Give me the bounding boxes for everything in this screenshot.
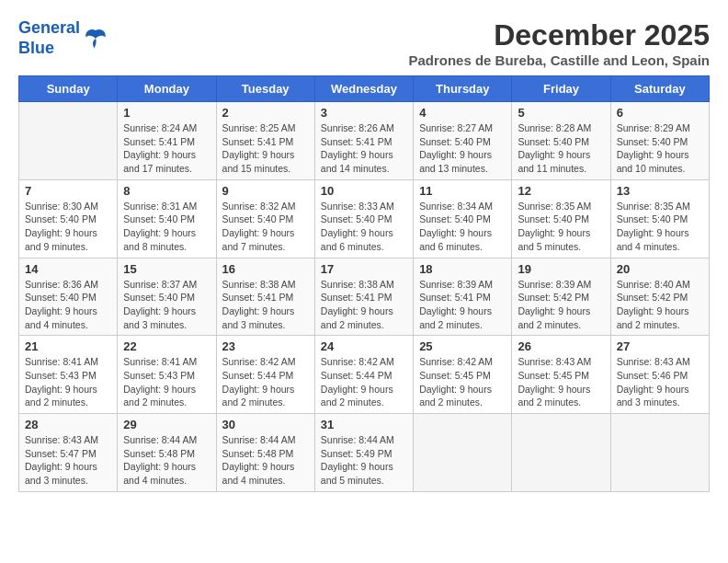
calendar-cell: 10Sunrise: 8:33 AMSunset: 5:40 PMDayligh… [314,179,413,258]
calendar-cell: 29Sunrise: 8:44 AMSunset: 5:48 PMDayligh… [118,414,216,492]
calendar-cell: 25Sunrise: 8:42 AMSunset: 5:45 PMDayligh… [414,336,512,414]
day-number: 25 [419,339,506,353]
day-info: Sunrise: 8:35 AMSunset: 5:40 PMDaylight:… [518,200,604,254]
page-header: General Blue December 2025 Padrones de B… [18,18,710,68]
calendar-cell: 18Sunrise: 8:39 AMSunset: 5:41 PMDayligh… [414,258,512,336]
day-number: 26 [518,339,604,353]
day-number: 4 [419,106,506,120]
logo-line1: General [18,18,80,37]
day-info: Sunrise: 8:41 AMSunset: 5:43 PMDaylight:… [25,355,111,409]
weekday-header-friday: Friday [512,76,610,102]
day-info: Sunrise: 8:27 AMSunset: 5:40 PMDaylight:… [419,121,506,176]
day-number: 11 [419,184,506,198]
location: Padrones de Bureba, Castille and Leon, S… [408,52,710,68]
day-info: Sunrise: 8:42 AMSunset: 5:44 PMDaylight:… [321,355,407,409]
calendar-cell: 16Sunrise: 8:38 AMSunset: 5:41 PMDayligh… [216,258,314,336]
day-number: 24 [321,339,407,353]
calendar-cell: 13Sunrise: 8:35 AMSunset: 5:40 PMDayligh… [610,179,709,258]
day-number: 3 [321,106,407,120]
calendar-header-row: SundayMondayTuesdayWednesdayThursdayFrid… [19,76,710,102]
day-number: 9 [222,184,309,198]
day-number: 7 [25,184,111,198]
day-info: Sunrise: 8:34 AMSunset: 5:40 PMDaylight:… [419,200,506,254]
calendar-cell: 9Sunrise: 8:32 AMSunset: 5:40 PMDaylight… [216,179,314,258]
day-number: 22 [123,339,210,353]
calendar-week-5: 28Sunrise: 8:43 AMSunset: 5:47 PMDayligh… [19,414,710,492]
day-info: Sunrise: 8:28 AMSunset: 5:40 PMDaylight:… [518,121,604,176]
day-number: 13 [617,184,703,198]
day-number: 17 [321,262,407,276]
calendar-cell: 15Sunrise: 8:37 AMSunset: 5:40 PMDayligh… [118,258,216,336]
calendar-cell [610,414,709,492]
calendar-cell: 8Sunrise: 8:31 AMSunset: 5:40 PMDaylight… [118,179,216,258]
calendar-cell: 12Sunrise: 8:35 AMSunset: 5:40 PMDayligh… [512,179,610,258]
day-info: Sunrise: 8:43 AMSunset: 5:45 PMDaylight:… [518,355,604,409]
calendar-body: 1Sunrise: 8:24 AMSunset: 5:41 PMDaylight… [19,102,710,492]
day-info: Sunrise: 8:30 AMSunset: 5:40 PMDaylight:… [25,200,111,254]
day-info: Sunrise: 8:35 AMSunset: 5:40 PMDaylight:… [617,200,703,254]
calendar-week-3: 14Sunrise: 8:36 AMSunset: 5:40 PMDayligh… [19,258,710,336]
calendar-cell: 28Sunrise: 8:43 AMSunset: 5:47 PMDayligh… [19,414,118,492]
day-number: 31 [321,418,407,431]
day-number: 14 [25,262,111,276]
calendar-cell: 5Sunrise: 8:28 AMSunset: 5:40 PMDaylight… [512,102,610,180]
calendar-cell: 19Sunrise: 8:39 AMSunset: 5:42 PMDayligh… [512,258,610,336]
day-number: 1 [123,106,210,120]
logo-bird-icon [82,25,109,52]
day-info: Sunrise: 8:24 AMSunset: 5:41 PMDaylight:… [123,121,210,176]
day-info: Sunrise: 8:38 AMSunset: 5:41 PMDaylight:… [222,278,309,332]
day-number: 18 [419,262,506,276]
day-number: 5 [518,106,604,120]
day-info: Sunrise: 8:32 AMSunset: 5:40 PMDaylight:… [222,200,309,254]
calendar-cell [512,414,610,492]
day-number: 10 [321,184,407,198]
calendar-week-4: 21Sunrise: 8:41 AMSunset: 5:43 PMDayligh… [19,336,710,414]
day-number: 27 [617,339,703,353]
day-info: Sunrise: 8:42 AMSunset: 5:44 PMDaylight:… [222,355,309,409]
weekday-header-wednesday: Wednesday [314,76,413,102]
day-number: 6 [617,106,703,120]
day-number: 15 [123,262,210,276]
day-number: 23 [222,339,309,353]
day-info: Sunrise: 8:43 AMSunset: 5:47 PMDaylight:… [25,433,111,488]
calendar-cell: 2Sunrise: 8:25 AMSunset: 5:41 PMDaylight… [216,102,314,180]
weekday-header-tuesday: Tuesday [216,76,314,102]
calendar-cell: 31Sunrise: 8:44 AMSunset: 5:49 PMDayligh… [314,414,413,492]
day-number: 30 [222,418,309,431]
calendar-cell: 1Sunrise: 8:24 AMSunset: 5:41 PMDaylight… [118,102,216,180]
calendar-cell: 24Sunrise: 8:42 AMSunset: 5:44 PMDayligh… [314,336,413,414]
day-number: 19 [518,262,604,276]
day-info: Sunrise: 8:44 AMSunset: 5:48 PMDaylight:… [222,433,309,488]
calendar-cell: 21Sunrise: 8:41 AMSunset: 5:43 PMDayligh… [19,336,118,414]
month-title: December 2025 [408,18,710,52]
calendar-cell: 20Sunrise: 8:40 AMSunset: 5:42 PMDayligh… [610,258,709,336]
title-block: December 2025 Padrones de Bureba, Castil… [408,18,710,68]
calendar-cell: 27Sunrise: 8:43 AMSunset: 5:46 PMDayligh… [610,336,709,414]
logo: General Blue [18,18,109,58]
day-info: Sunrise: 8:44 AMSunset: 5:49 PMDaylight:… [321,433,407,488]
calendar-cell: 4Sunrise: 8:27 AMSunset: 5:40 PMDaylight… [414,102,512,180]
calendar-cell [19,102,118,180]
day-number: 8 [123,184,210,198]
day-number: 16 [222,262,309,276]
day-info: Sunrise: 8:41 AMSunset: 5:43 PMDaylight:… [123,355,210,409]
weekday-header-sunday: Sunday [19,76,118,102]
day-info: Sunrise: 8:26 AMSunset: 5:41 PMDaylight:… [321,121,407,176]
calendar-cell [414,414,512,492]
day-info: Sunrise: 8:33 AMSunset: 5:40 PMDaylight:… [321,200,407,254]
day-number: 28 [25,418,111,431]
day-info: Sunrise: 8:43 AMSunset: 5:46 PMDaylight:… [617,355,703,409]
logo-line2: Blue [18,39,54,57]
calendar-cell: 22Sunrise: 8:41 AMSunset: 5:43 PMDayligh… [118,336,216,414]
day-info: Sunrise: 8:29 AMSunset: 5:40 PMDaylight:… [617,121,703,176]
calendar-cell: 7Sunrise: 8:30 AMSunset: 5:40 PMDaylight… [19,179,118,258]
calendar-table: SundayMondayTuesdayWednesdayThursdayFrid… [18,75,710,492]
calendar-cell: 23Sunrise: 8:42 AMSunset: 5:44 PMDayligh… [216,336,314,414]
day-number: 20 [617,262,703,276]
calendar-cell: 6Sunrise: 8:29 AMSunset: 5:40 PMDaylight… [610,102,709,180]
logo-text: General Blue [18,18,80,58]
day-info: Sunrise: 8:39 AMSunset: 5:41 PMDaylight:… [419,278,506,332]
calendar-cell: 11Sunrise: 8:34 AMSunset: 5:40 PMDayligh… [414,179,512,258]
calendar-week-1: 1Sunrise: 8:24 AMSunset: 5:41 PMDaylight… [19,102,710,180]
calendar-week-2: 7Sunrise: 8:30 AMSunset: 5:40 PMDaylight… [19,179,710,258]
